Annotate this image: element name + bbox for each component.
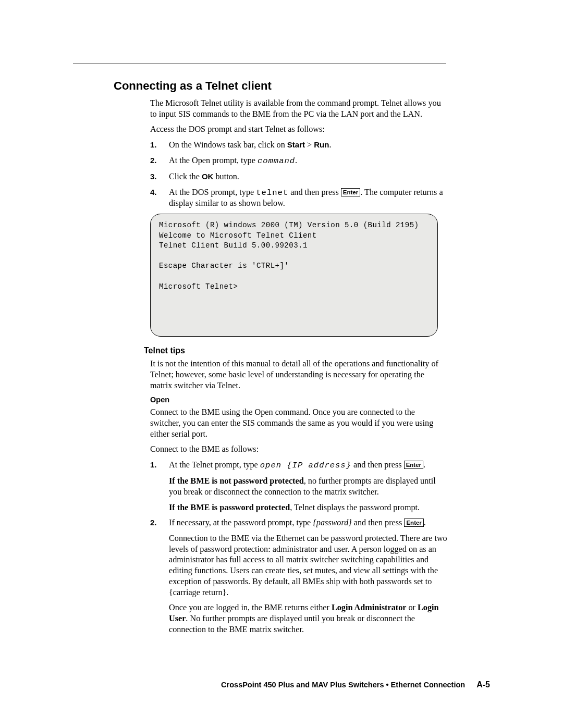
open-step-1-sub2: If the BME is password protected, Telnet… <box>169 502 447 513</box>
enter-key-icon: Enter <box>404 519 423 527</box>
text: . No further prompts are displayed until… <box>169 614 415 634</box>
page-footer: CrossPoint 450 Plus and MAV Plus Switche… <box>221 680 490 689</box>
text: . <box>295 156 297 165</box>
telnet-tips-heading: Telnet tips <box>144 346 447 355</box>
footer-title: CrossPoint 450 Plus and MAV Plus Switche… <box>221 681 465 689</box>
step-4: 4. At the DOS prompt, type telnet and th… <box>150 187 447 209</box>
start-label: Start <box>287 140 305 149</box>
step-body: On the Windows task bar, click on Start … <box>169 140 447 151</box>
body-indent: The Microsoft Telnet utility is availabl… <box>150 98 447 337</box>
section-heading: Connecting as a Telnet client <box>114 79 447 93</box>
password-placeholder: {password} <box>313 518 351 527</box>
open-step-1-sub1: If the BME is not password protected, no… <box>169 476 447 497</box>
console-output: Microsoft (R) windows 2000 (TM) Version … <box>150 214 438 337</box>
login-admin: Login Administrator <box>332 603 406 612</box>
text: and then press <box>352 518 405 527</box>
step-num: 1. <box>150 140 169 151</box>
emph: If the BME is password protected <box>169 503 290 512</box>
intro-paragraph: The Microsoft Telnet utility is availabl… <box>150 98 447 119</box>
open-heading: Open <box>150 396 447 404</box>
page-number: A-5 <box>476 680 490 689</box>
content-area: Connecting as a Telnet client The Micros… <box>114 79 447 640</box>
text: button. <box>213 172 239 181</box>
step-num: 1. <box>150 460 169 471</box>
enter-key-icon: Enter <box>341 188 360 196</box>
step-body: At the Open prompt, type command. <box>169 155 447 167</box>
text: and then press <box>288 188 341 197</box>
text: . <box>423 460 425 470</box>
step-num: 2. <box>150 517 169 528</box>
text: If necessary, at the password prompt, ty… <box>169 518 313 527</box>
step-2: 2. At the Open prompt, type command. <box>150 155 447 167</box>
open-step-2: 2. If necessary, at the password prompt,… <box>150 517 447 528</box>
top-rule <box>73 64 446 64</box>
step-num: 2. <box>150 155 169 167</box>
enter-key-icon: Enter <box>404 461 423 469</box>
text: . <box>329 140 331 150</box>
text: and then press <box>351 460 404 470</box>
page: Connecting as a Telnet client The Micros… <box>0 0 563 728</box>
text: Click the <box>169 172 202 181</box>
step-3: 3. Click the OK button. <box>150 171 447 182</box>
open-para-2: Connect to the BME as follows: <box>150 444 447 455</box>
cmd-open-ip: open {IP address} <box>260 461 351 470</box>
text: or <box>406 603 418 612</box>
text: At the Open prompt, type <box>169 156 258 165</box>
open-step-2-sub2: Once you are logged in, the BME returns … <box>169 602 447 635</box>
open-para-1: Connect to the BME using the Open comman… <box>150 407 447 439</box>
step-body: Click the OK button. <box>169 171 447 182</box>
tips-paragraph: It is not the intention of this manual t… <box>150 359 447 391</box>
ok-label: OK <box>202 172 214 181</box>
text: , Telnet displays the password prompt. <box>290 503 420 512</box>
open-step-1: 1. At the Telnet prompt, type open {IP a… <box>150 460 447 471</box>
open-step-2-sub1: Connection to the BME via the Ethernet c… <box>169 533 447 598</box>
text: Once you are logged in, the BME returns … <box>169 603 332 612</box>
step-num: 4. <box>150 187 169 209</box>
text: On the Windows task bar, click on <box>169 140 287 150</box>
cmd-telnet: telnet <box>256 188 288 198</box>
step-body: If necessary, at the password prompt, ty… <box>169 517 447 528</box>
access-paragraph: Access the DOS prompt and start Telnet a… <box>150 124 447 135</box>
body-indent: It is not the intention of this manual t… <box>150 359 447 635</box>
step-1: 1. On the Windows task bar, click on Sta… <box>150 140 447 151</box>
cmd-command: command <box>258 156 295 166</box>
text: > <box>305 140 314 150</box>
step-num: 3. <box>150 171 169 182</box>
run-label: Run <box>314 140 329 149</box>
text: At the Telnet prompt, type <box>169 460 260 470</box>
text: At the DOS prompt, type <box>169 188 256 197</box>
emph: If the BME is not password protected <box>169 476 304 486</box>
text: . <box>424 518 426 527</box>
step-body: At the DOS prompt, type telnet and then … <box>169 187 447 209</box>
step-body: At the Telnet prompt, type open {IP addr… <box>169 460 447 471</box>
